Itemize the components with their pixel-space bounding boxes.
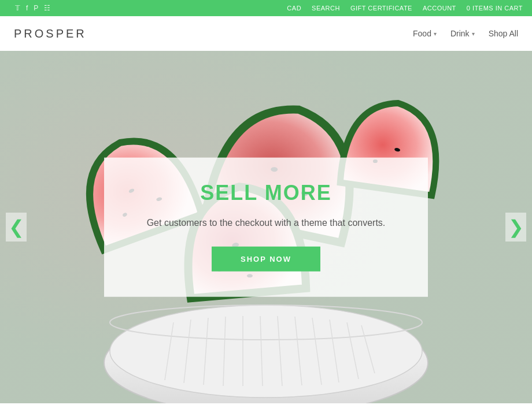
cart-link[interactable]: 0 ITEMS IN CART <box>467 5 523 12</box>
hero-section: SELL MORE Get customers to the checkout … <box>0 51 532 403</box>
svg-point-3 <box>110 305 422 398</box>
hero-subtitle: Get customers to the checkout with a the… <box>133 216 399 231</box>
top-bar: 𝕋 f P ☷ CAD SEARCH GIFT CERTIFICATE ACCO… <box>0 0 532 16</box>
logo: PROSPER <box>14 27 87 40</box>
nav-food[interactable]: Food ▾ <box>413 29 437 38</box>
twitter-icon[interactable]: 𝕋 <box>15 4 20 12</box>
nav-shop-all[interactable]: Shop All <box>489 29 518 38</box>
shop-now-button[interactable]: SHOP NOW <box>212 246 320 271</box>
drink-dropdown-icon: ▾ <box>472 31 475 37</box>
food-dropdown-icon: ▾ <box>434 31 437 37</box>
main-nav: PROSPER Food ▾ Drink ▾ Shop All <box>0 16 532 51</box>
social-icons: 𝕋 f P ☷ <box>15 4 50 12</box>
gift-certificate-link[interactable]: GIFT CERTIFICATE <box>350 5 412 12</box>
instagram-icon[interactable]: ☷ <box>44 4 50 12</box>
facebook-icon[interactable]: f <box>26 4 28 12</box>
account-link[interactable]: ACCOUNT <box>423 5 456 12</box>
nav-links: Food ▾ Drink ▾ Shop All <box>413 29 518 38</box>
hero-title: SELL MORE <box>133 181 399 205</box>
hero-card: SELL MORE Get customers to the checkout … <box>104 158 428 297</box>
featured-section: FEATURED PRODUCTS <box>0 403 532 416</box>
top-nav: CAD SEARCH GIFT CERTIFICATE ACCOUNT 0 IT… <box>287 5 523 12</box>
hero-prev-arrow[interactable]: ❮ <box>6 213 27 242</box>
cad-link[interactable]: CAD <box>287 5 301 12</box>
search-link[interactable]: SEARCH <box>312 5 340 12</box>
pinterest-icon[interactable]: P <box>34 4 38 12</box>
nav-drink[interactable]: Drink ▾ <box>450 29 475 38</box>
hero-next-arrow[interactable]: ❯ <box>505 213 526 242</box>
